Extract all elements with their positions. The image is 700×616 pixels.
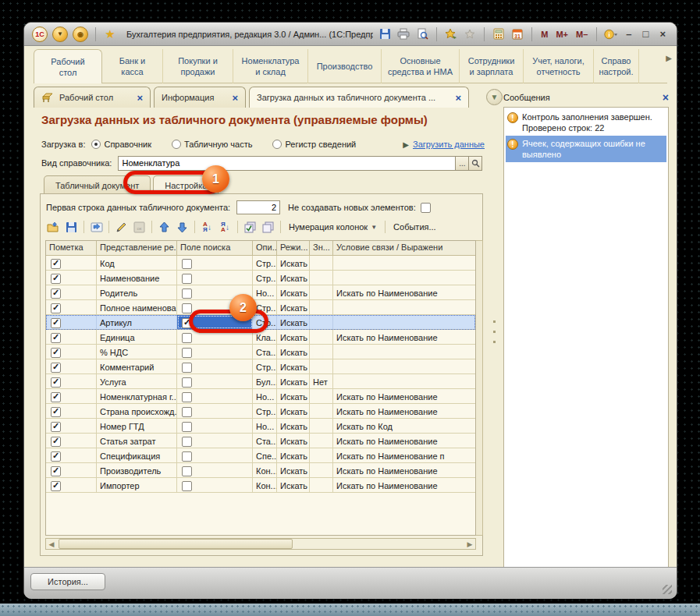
maximize-button[interactable]: □ xyxy=(640,28,652,40)
calendar-icon[interactable]: 31 xyxy=(510,27,524,41)
type-cell[interactable]: Ста... xyxy=(253,434,277,448)
save-settings-icon[interactable] xyxy=(64,220,79,235)
mark-checkbox[interactable] xyxy=(51,437,61,447)
attribute-name-cell[interactable]: Услуга xyxy=(97,374,177,388)
condition-cell[interactable]: Искать по Наименование xyxy=(333,434,476,448)
search-field-checkbox[interactable] xyxy=(182,348,192,358)
value-cell[interactable] xyxy=(310,256,333,270)
type-cell[interactable]: Стр... xyxy=(253,404,277,418)
condition-cell[interactable] xyxy=(333,300,476,314)
mode-cell[interactable]: Искать xyxy=(277,434,310,448)
mark-cell[interactable] xyxy=(46,345,97,359)
table-row[interactable]: УслугаБул...ИскатьНет xyxy=(46,374,475,389)
mark-cell[interactable] xyxy=(46,256,97,270)
mark-cell[interactable] xyxy=(46,448,97,462)
value-cell[interactable] xyxy=(310,419,333,433)
attribute-name-cell[interactable]: Номер ГТД xyxy=(97,419,177,433)
memory-m-plus-button[interactable]: M+ xyxy=(554,30,570,39)
condition-cell[interactable]: Искать по Наименование xyxy=(333,404,476,418)
uncheck-all-icon[interactable] xyxy=(261,220,275,235)
condition-cell[interactable]: Искать по Наименование xyxy=(333,463,476,477)
search-field-checkbox[interactable] xyxy=(182,333,192,343)
type-cell[interactable]: Кон... xyxy=(253,463,277,477)
mark-cell[interactable] xyxy=(46,419,97,433)
mark-cell[interactable] xyxy=(46,300,97,314)
open-file-icon[interactable] xyxy=(46,220,61,235)
tab-list-dropdown-button[interactable]: ▼ xyxy=(486,89,503,105)
move-down-icon[interactable] xyxy=(175,220,190,235)
table-row[interactable]: ПроизводительКон...ИскатьИскать по Наиме… xyxy=(46,463,475,478)
search-field-checkbox[interactable] xyxy=(182,466,192,476)
mark-cell[interactable] xyxy=(46,463,97,477)
load-data-link[interactable]: Загрузить данные xyxy=(413,140,485,149)
mode-cell[interactable]: Искать xyxy=(277,448,310,462)
type-cell[interactable]: Ста... xyxy=(253,345,277,359)
table-row[interactable]: % НДССта...Искать xyxy=(46,345,475,359)
search-field-cell[interactable] xyxy=(177,345,253,359)
mode-cell[interactable]: Искать xyxy=(277,300,310,314)
search-field-checkbox[interactable] xyxy=(182,377,192,388)
tab-close-icon[interactable]: × xyxy=(137,92,143,104)
mark-checkbox[interactable] xyxy=(51,318,61,328)
search-field-checkbox[interactable] xyxy=(182,303,192,313)
mode-cell[interactable]: Искать xyxy=(277,463,310,477)
search-field-checkbox[interactable] xyxy=(182,407,192,417)
attribute-name-cell[interactable]: Родитель xyxy=(97,285,177,299)
mark-checkbox[interactable] xyxy=(51,259,61,269)
type-cell[interactable]: Стр... xyxy=(253,271,277,285)
main-menu-dropdown-icon[interactable]: ▼ xyxy=(52,27,68,42)
refresh-icon[interactable] xyxy=(89,220,104,235)
panel-splitter[interactable] xyxy=(488,108,500,554)
value-cell[interactable] xyxy=(310,315,333,329)
mark-cell[interactable] xyxy=(46,330,97,344)
nav-tab-8[interactable]: Учет, налоги,отчетность xyxy=(524,49,594,83)
memory-m-minus-button[interactable]: M– xyxy=(574,30,589,39)
coin-emblem-icon[interactable]: ◉ xyxy=(73,27,88,42)
mode-cell[interactable]: Искать xyxy=(277,419,310,433)
value-cell[interactable] xyxy=(310,285,333,299)
search-field-cell[interactable] xyxy=(177,463,253,477)
message-item[interactable]: !Контроль заполнения завершен. Проверено… xyxy=(506,109,666,136)
mark-checkbox[interactable] xyxy=(51,348,61,358)
open-magnifier-button[interactable] xyxy=(469,156,482,171)
table-row[interactable]: Номенклатурная г...Но...ИскатьИскать по … xyxy=(46,389,475,404)
sort-descending-icon[interactable]: ЯА↓ xyxy=(218,220,233,235)
minimize-button[interactable]: – xyxy=(623,28,634,40)
column-header[interactable]: Условие связи / Выражени xyxy=(333,241,476,255)
value-cell[interactable]: Нет xyxy=(310,374,333,388)
document-tab-3[interactable]: Загрузка данных из табличного документа … xyxy=(249,87,469,108)
condition-cell[interactable] xyxy=(333,315,476,329)
mode-cell[interactable]: Искать xyxy=(277,315,310,329)
sort-ascending-icon[interactable]: АЯ↓ xyxy=(200,220,215,235)
mark-checkbox[interactable] xyxy=(51,451,61,462)
search-field-checkbox[interactable] xyxy=(182,392,192,402)
column-numbering-dropdown[interactable]: Нумерация колонок▼ xyxy=(286,222,380,232)
value-cell[interactable] xyxy=(310,478,333,492)
mark-checkbox[interactable] xyxy=(51,303,61,313)
mode-cell[interactable]: Искать xyxy=(277,404,310,418)
document-tab-1[interactable]: Рабочий стол× xyxy=(34,87,151,108)
search-field-cell[interactable] xyxy=(177,478,253,492)
mark-checkbox[interactable] xyxy=(51,466,61,476)
mode-cell[interactable]: Искать xyxy=(277,285,310,299)
edit-pencil-icon[interactable] xyxy=(114,220,129,235)
mark-checkbox[interactable] xyxy=(51,333,61,343)
mark-checkbox[interactable] xyxy=(51,363,61,373)
value-cell[interactable] xyxy=(310,359,333,373)
nav-tab-4[interactable]: Номенклатураи склад xyxy=(233,49,308,83)
type-cell[interactable]: Но... xyxy=(253,389,277,403)
search-field-cell[interactable] xyxy=(177,256,253,270)
mark-checkbox[interactable] xyxy=(51,422,61,432)
condition-cell[interactable] xyxy=(333,271,476,285)
attribute-name-cell[interactable]: Полное наименова... xyxy=(97,300,177,314)
mark-cell[interactable] xyxy=(46,285,97,299)
condition-cell[interactable] xyxy=(333,345,476,359)
condition-cell[interactable] xyxy=(333,256,476,270)
nav-tab-1[interactable]: Рабочийстол xyxy=(34,49,102,83)
mode-cell[interactable]: Искать xyxy=(277,345,310,359)
value-cell[interactable] xyxy=(310,300,333,314)
mark-checkbox[interactable] xyxy=(51,377,61,388)
table-row[interactable]: ИмпортерКон...ИскатьИскать по Наименован… xyxy=(46,478,475,493)
mode-cell[interactable]: Искать xyxy=(277,478,310,492)
type-cell[interactable]: Стр... xyxy=(253,359,277,373)
